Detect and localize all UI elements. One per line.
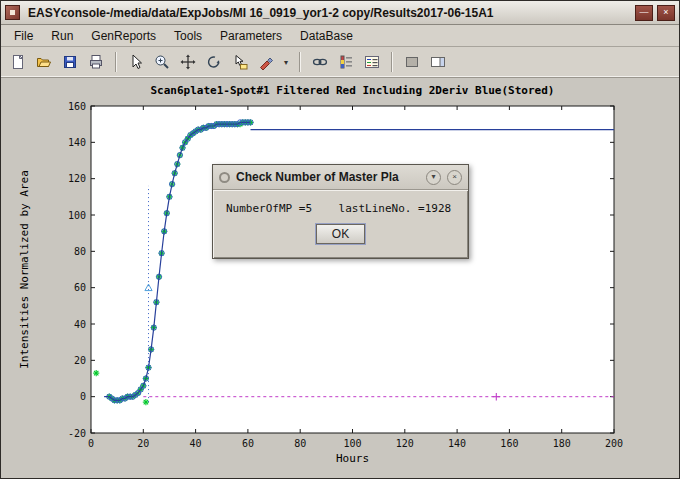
- toolbar: ▾: [1, 47, 679, 78]
- pan-icon: [180, 54, 196, 70]
- svg-text:60: 60: [242, 438, 254, 449]
- svg-text:140: 140: [448, 438, 466, 449]
- plot-area[interactable]: [91, 106, 614, 433]
- svg-text:200: 200: [605, 438, 623, 449]
- svg-text:40: 40: [74, 319, 86, 330]
- close-button[interactable]: ×: [657, 5, 675, 21]
- ok-button[interactable]: OK: [316, 224, 365, 244]
- svg-text:0: 0: [88, 438, 94, 449]
- print-figure-icon: [88, 54, 104, 70]
- svg-text:40: 40: [190, 438, 202, 449]
- menu-item-genreports[interactable]: GenReports: [82, 25, 165, 46]
- save-figure-icon: [62, 54, 78, 70]
- link-plot-icon: [312, 54, 328, 70]
- hide-plot-tools-icon: [404, 54, 420, 70]
- insert-colorbar-button[interactable]: [334, 50, 358, 74]
- open-file-icon: [36, 54, 52, 70]
- show-plot-tools-button[interactable]: [426, 50, 450, 74]
- toolbar-separator: [115, 52, 117, 72]
- brush-icon: [258, 54, 274, 70]
- hide-plot-tools-button[interactable]: [400, 50, 424, 74]
- pan-button[interactable]: [176, 50, 200, 74]
- title-bar: EASYconsole-/media/data/ExpJobs/MI 16_09…: [1, 1, 679, 25]
- new-figure-icon: [10, 54, 26, 70]
- svg-text:20: 20: [137, 438, 149, 449]
- dialog-icon: [219, 172, 230, 183]
- show-plot-tools-icon: [430, 54, 446, 70]
- svg-text:80: 80: [294, 438, 306, 449]
- toolbar-separator: [391, 52, 393, 72]
- svg-text:160: 160: [500, 438, 518, 449]
- dialog-message: NumberOfMP =5 lastLineNo. =1928: [226, 202, 455, 215]
- dialog-close-button[interactable]: ×: [447, 170, 462, 185]
- menu-item-database[interactable]: DataBase: [291, 25, 362, 46]
- figure-area: 020406080100120140160180200-200204060801…: [1, 78, 679, 478]
- menu-bar: FileRunGenReportsToolsParametersDataBase: [1, 25, 679, 47]
- dialog-title: Check Number of Master Pla: [236, 170, 420, 184]
- new-figure-button[interactable]: [6, 50, 30, 74]
- svg-text:20: 20: [74, 355, 86, 366]
- x-axis-title: Hours: [336, 452, 369, 465]
- dialog-title-bar[interactable]: Check Number of Master Pla ▾ ×: [213, 165, 468, 190]
- svg-text:120: 120: [396, 438, 414, 449]
- edit-plot-button[interactable]: [124, 50, 148, 74]
- menu-item-run[interactable]: Run: [42, 25, 82, 46]
- insert-legend-icon: [364, 54, 380, 70]
- zoom-in-icon: [154, 54, 170, 70]
- menu-item-parameters[interactable]: Parameters: [211, 25, 291, 46]
- insert-colorbar-icon: [338, 54, 354, 70]
- edit-plot-icon: [128, 54, 144, 70]
- svg-text:80: 80: [74, 246, 86, 257]
- dialog-collapse-button[interactable]: ▾: [426, 170, 441, 185]
- svg-text:100: 100: [68, 210, 86, 221]
- save-figure-button[interactable]: [58, 50, 82, 74]
- brush-button[interactable]: [254, 50, 278, 74]
- menu-item-tools[interactable]: Tools: [165, 25, 211, 46]
- zoom-in-button[interactable]: [150, 50, 174, 74]
- svg-text:140: 140: [68, 137, 86, 148]
- y-axis-title: Intensities Normalized by Area: [18, 170, 31, 369]
- svg-text:120: 120: [68, 173, 86, 184]
- check-master-plate-dialog: Check Number of Master Pla ▾ × NumberOfM…: [212, 164, 469, 259]
- figure-canvas: 020406080100120140160180200-200204060801…: [1, 78, 679, 478]
- chart-title: Scan6plate1-Spot#1 Filtered Red Includin…: [151, 84, 555, 97]
- brush-dropdown-button[interactable]: ▾: [280, 50, 292, 74]
- menu-item-file[interactable]: File: [5, 25, 42, 46]
- rotate-3d-button[interactable]: [202, 50, 226, 74]
- svg-text:160: 160: [68, 101, 86, 112]
- minimize-button[interactable]: —: [635, 5, 653, 21]
- svg-text:-20: -20: [68, 428, 86, 439]
- dialog-body: NumberOfMP =5 lastLineNo. =1928 OK: [213, 190, 468, 258]
- data-cursor-button[interactable]: [228, 50, 252, 74]
- data-cursor-icon: [232, 54, 248, 70]
- insert-legend-button[interactable]: [360, 50, 384, 74]
- svg-text:60: 60: [74, 282, 86, 293]
- svg-text:100: 100: [343, 438, 361, 449]
- rotate-3d-icon: [206, 54, 222, 70]
- svg-text:180: 180: [553, 438, 571, 449]
- open-file-button[interactable]: [32, 50, 56, 74]
- window-title: EASYconsole-/media/data/ExpJobs/MI 16_09…: [24, 6, 631, 20]
- svg-text:0: 0: [80, 391, 86, 402]
- app-icon: [5, 5, 20, 20]
- toolbar-separator: [299, 52, 301, 72]
- app-window: EASYconsole-/media/data/ExpJobs/MI 16_09…: [0, 0, 680, 479]
- link-plot-button[interactable]: [308, 50, 332, 74]
- print-figure-button[interactable]: [84, 50, 108, 74]
